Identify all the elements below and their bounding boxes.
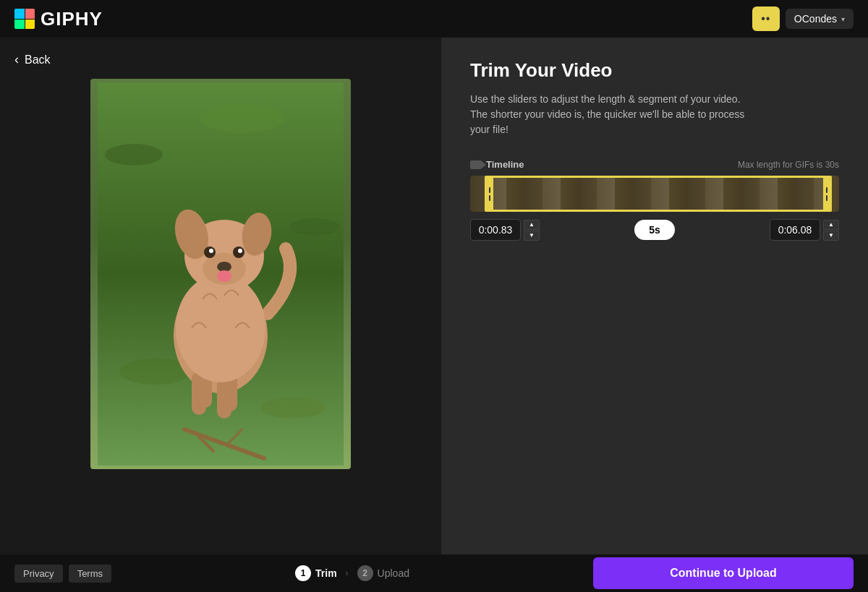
footer-links: Privacy Terms: [14, 565, 111, 583]
dots-icon: ••: [761, 12, 770, 25]
logo: GIPHY: [14, 8, 103, 30]
header: GIPHY •• OCondes ▾: [0, 0, 868, 38]
user-menu-button[interactable]: OCondes ▾: [786, 9, 854, 29]
continue-button[interactable]: Continue to Upload: [593, 557, 854, 589]
svg-point-4: [289, 218, 340, 236]
main-content: ‹ Back: [0, 38, 868, 554]
start-time-spinner: ▲ ▼: [524, 220, 540, 241]
step-2-number: 2: [357, 565, 373, 581]
back-label: Back: [25, 53, 51, 67]
username-label: OCondes: [794, 13, 837, 25]
logo-text: GIPHY: [41, 8, 103, 30]
header-right: •• OCondes ▾: [752, 7, 854, 31]
video-camera-icon: [470, 160, 482, 169]
step-1: 1 Trim: [295, 565, 337, 581]
timeline-header: Timeline Max length for GIFs is 30s: [470, 159, 839, 170]
dots-button[interactable]: ••: [752, 7, 780, 31]
svg-point-6: [260, 397, 326, 419]
dog-illustration: [98, 82, 344, 466]
trim-description: Use the sliders to adjust the length & s…: [470, 92, 745, 137]
timeline-bar[interactable]: [470, 176, 839, 212]
start-time-up[interactable]: ▲: [524, 220, 540, 230]
end-time-down[interactable]: ▼: [823, 231, 839, 241]
svg-point-24: [238, 249, 242, 253]
step-2: 2 Upload: [357, 565, 409, 581]
step-1-label: Trim: [315, 567, 337, 579]
step-2-label: Upload: [378, 567, 409, 579]
step-1-number: 1: [295, 565, 311, 581]
end-time-spinner: ▲ ▼: [823, 220, 839, 241]
trim-title: Trim Your Video: [470, 59, 839, 82]
right-panel: Trim Your Video Use the sliders to adjus…: [441, 38, 868, 554]
svg-point-23: [209, 249, 213, 253]
footer: Privacy Terms 1 Trim › 2 Upload Continue…: [0, 554, 868, 592]
svg-point-2: [105, 144, 163, 166]
end-time-input: 0:06.08 ▲ ▼: [770, 219, 839, 241]
back-button[interactable]: ‹ Back: [14, 52, 51, 67]
start-time-input: 0:00.83 ▲ ▼: [470, 219, 540, 241]
privacy-link[interactable]: Privacy: [14, 565, 63, 583]
svg-point-25: [217, 270, 231, 282]
video-preview: [90, 79, 351, 469]
timeline-label: Timeline: [470, 159, 524, 170]
svg-point-3: [199, 104, 286, 133]
start-time-value: 0:00.83: [470, 219, 521, 241]
terms-link[interactable]: Terms: [69, 565, 111, 583]
svg-point-20: [217, 262, 231, 272]
back-arrow-icon: ‹: [14, 52, 19, 67]
left-panel: ‹ Back: [0, 38, 441, 554]
video-frame: [90, 79, 351, 469]
max-length-text: Max length for GIFs is 30s: [738, 160, 839, 170]
chevron-down-icon: ▾: [841, 15, 845, 23]
time-controls: 0:00.83 ▲ ▼ 5s 0:06.08 ▲ ▼: [470, 219, 839, 241]
step-divider: ›: [346, 568, 349, 578]
frame-strip: [470, 176, 839, 212]
step-indicator: 1 Trim › 2 Upload: [295, 565, 409, 581]
duration-badge: 5s: [634, 220, 675, 240]
end-time-up[interactable]: ▲: [823, 220, 839, 230]
logo-icon: [14, 9, 35, 29]
start-time-down[interactable]: ▼: [524, 231, 540, 241]
timeline-section: Timeline Max length for GIFs is 30s: [470, 159, 839, 241]
end-time-value: 0:06.08: [770, 219, 820, 241]
